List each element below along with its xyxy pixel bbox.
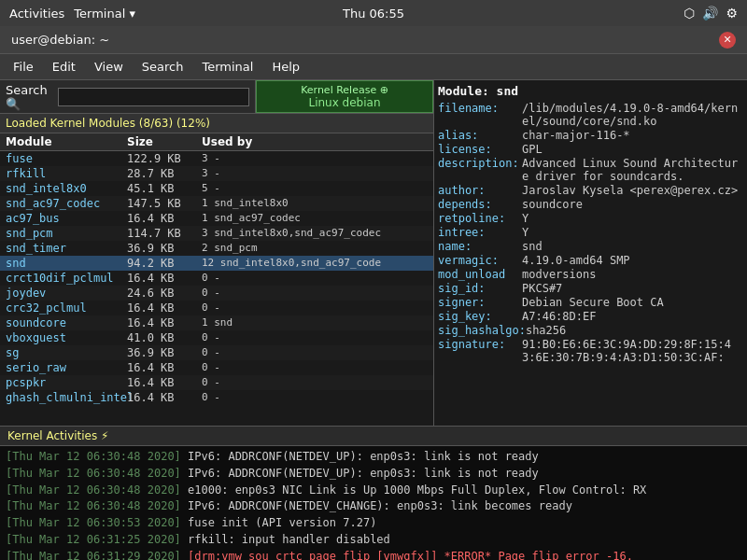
- module-name: ghash_clmulni_intel: [6, 391, 127, 404]
- list-item: [Thu Mar 12 06:31:25 2020] rfkill: input…: [6, 532, 741, 548]
- info-value: A7:46:8D:EF: [522, 310, 743, 323]
- list-item: name:snd: [438, 240, 743, 253]
- module-info-title: Module: snd: [438, 84, 743, 98]
- list-item: [Thu Mar 12 06:30:48 2020] IPv6: ADDRCON…: [6, 466, 741, 482]
- activities-button[interactable]: Activities: [9, 7, 64, 21]
- info-value: 91:B0:E6:6E:3C:9A:DD:29:8F:15:43:6E:30:7…: [522, 338, 743, 364]
- module-usedby: 0 -: [202, 361, 428, 374]
- table-row[interactable]: serio_raw16.4 KB0 -: [0, 360, 433, 375]
- info-value: Jaroslav Kysela <perex@perex.cz>: [522, 184, 743, 197]
- info-key: alias:: [438, 129, 522, 142]
- list-item: [Thu Mar 12 06:30:53 2020] fuse init (AP…: [6, 515, 741, 531]
- module-usedby: 3 -: [202, 167, 428, 180]
- menu-item-terminal[interactable]: Terminal: [194, 57, 261, 77]
- module-usedby: 3 -: [202, 152, 428, 165]
- table-row[interactable]: snd_ac97_codec147.5 KB1 snd_intel8x0: [0, 196, 433, 211]
- info-value: char-major-116-*: [522, 129, 743, 142]
- modules-header: Loaded Kernel Modules (8/63) (12%): [0, 114, 433, 133]
- menu-item-view[interactable]: View: [87, 57, 131, 77]
- info-value: snd: [522, 240, 743, 253]
- module-name: serio_raw: [6, 361, 127, 374]
- info-key: sig_hashalgo:: [438, 324, 526, 337]
- info-value: Y: [522, 212, 743, 225]
- info-value: /lib/modules/4.19.0-8-amd64/kernel/sound…: [522, 102, 743, 128]
- module-usedby: 5 -: [202, 182, 428, 195]
- info-key: vermagic:: [438, 254, 522, 267]
- module-usedby: 1 snd_intel8x0: [202, 197, 428, 210]
- module-size: 28.7 KB: [127, 167, 202, 180]
- log-message: IPv6: ADDRCONF(NETDEV_CHANGE): enp0s3: l…: [181, 499, 572, 512]
- info-key: signature:: [438, 338, 522, 364]
- module-size: 147.5 KB: [127, 197, 202, 210]
- table-row[interactable]: snd94.2 KB12 snd_intel8x0,snd_ac97_code: [0, 256, 433, 271]
- list-item: sig_key:A7:46:8D:EF: [438, 310, 743, 323]
- list-item: vermagic:4.19.0-amd64 SMP: [438, 254, 743, 267]
- module-name: snd_intel8x0: [6, 182, 127, 195]
- list-item: retpoline:Y: [438, 212, 743, 225]
- module-size: 16.4 KB: [127, 272, 202, 285]
- info-value: Y: [522, 226, 743, 239]
- list-item: signer:Debian Secure Boot CA: [438, 296, 743, 309]
- info-key: sig_key:: [438, 310, 522, 323]
- menu-item-edit[interactable]: Edit: [45, 57, 83, 77]
- search-input[interactable]: [58, 88, 249, 106]
- log-timestamp: [Thu Mar 12 06:31:29 2020]: [6, 550, 181, 560]
- menu-item-search[interactable]: Search: [134, 57, 191, 77]
- info-key: description:: [438, 157, 522, 183]
- window-titlebar: user@debian: ~ ✕: [0, 26, 747, 54]
- module-name: crc32_pclmul: [6, 301, 127, 315]
- table-row[interactable]: crc32_pclmul16.4 KB0 -: [0, 301, 433, 315]
- log-timestamp: [Thu Mar 12 06:30:53 2020]: [6, 516, 181, 529]
- info-value: soundcore: [522, 198, 743, 211]
- kernel-release-title: Kernel Release ⊕: [301, 84, 388, 96]
- kernel-activities-panel: Kernel Activities ⚡ [Thu Mar 12 06:30:48…: [0, 426, 747, 560]
- table-row[interactable]: fuse122.9 KB3 -: [0, 151, 433, 166]
- network-icon[interactable]: ⬡: [684, 6, 695, 21]
- module-size: 16.4 KB: [127, 301, 202, 315]
- module-name: snd_pcm: [6, 227, 127, 240]
- module-name: snd_ac97_codec: [6, 197, 127, 210]
- info-key: name:: [438, 240, 522, 253]
- log-timestamp: [Thu Mar 12 06:31:25 2020]: [6, 533, 181, 546]
- list-item: [Thu Mar 12 06:31:29 2020] [drm:vmw_sou_…: [6, 549, 741, 560]
- log-message: IPv6: ADDRCONF(NETDEV_UP): enp0s3: link …: [181, 467, 539, 480]
- table-row[interactable]: crct10dif_pclmul16.4 KB0 -: [0, 271, 433, 286]
- menu-item-help[interactable]: Help: [264, 57, 307, 77]
- table-row[interactable]: ghash_clmulni_intel16.4 KB0 -: [0, 390, 433, 405]
- settings-icon[interactable]: ⚙: [726, 6, 738, 21]
- search-label: Search 🔍: [6, 83, 52, 111]
- menu-item-file[interactable]: File: [6, 57, 41, 77]
- module-usedby: 2 snd_pcm: [202, 242, 428, 255]
- table-row[interactable]: snd_intel8x045.1 KB5 -: [0, 181, 433, 196]
- table-row[interactable]: rfkill28.7 KB3 -: [0, 166, 433, 181]
- table-row[interactable]: snd_timer36.9 KB2 snd_pcm: [0, 241, 433, 256]
- module-usedby: 1 snd_ac97_codec: [202, 212, 428, 225]
- module-size: 16.4 KB: [127, 316, 202, 329]
- table-row[interactable]: vboxguest41.0 KB0 -: [0, 330, 433, 345]
- module-usedby: 0 -: [202, 287, 428, 300]
- table-row[interactable]: snd_pcm114.7 KB3 snd_intel8x0,snd_ac97_c…: [0, 226, 433, 241]
- info-value: GPL: [522, 143, 743, 156]
- terminal-indicator[interactable]: Terminal ▾: [74, 7, 135, 21]
- table-row[interactable]: soundcore16.4 KB1 snd: [0, 315, 433, 330]
- table-row[interactable]: ac97_bus16.4 KB1 snd_ac97_codec: [0, 211, 433, 226]
- module-usedby: 0 -: [202, 331, 428, 344]
- volume-icon[interactable]: 🔊: [702, 6, 718, 21]
- module-usedby: 3 snd_intel8x0,snd_ac97_codec: [202, 227, 428, 240]
- list-item: depends:soundcore: [438, 198, 743, 211]
- table-row[interactable]: sg36.9 KB0 -: [0, 345, 433, 360]
- list-item: sig_id:PKCS#7: [438, 282, 743, 295]
- list-item: mod_unloadmodversions: [438, 268, 743, 281]
- close-button[interactable]: ✕: [719, 32, 736, 49]
- kernel-release-box: Kernel Release ⊕ Linux debian: [256, 80, 433, 113]
- system-bar-left: Activities Terminal ▾: [9, 7, 135, 21]
- table-row[interactable]: joydev24.6 KB0 -: [0, 286, 433, 301]
- module-name: sg: [6, 346, 127, 359]
- info-key: signer:: [438, 296, 522, 309]
- list-item: license:GPL: [438, 143, 743, 156]
- table-row[interactable]: pcspkr16.4 KB0 -: [0, 375, 433, 390]
- log-message: [drm:vmw_sou_crtc_page_flip [vmwgfx]] *E…: [181, 550, 633, 560]
- info-key: mod_unload: [438, 268, 522, 281]
- modules-list: fuse122.9 KB3 -rfkill28.7 KB3 -snd_intel…: [0, 151, 433, 426]
- module-name: pcspkr: [6, 376, 127, 389]
